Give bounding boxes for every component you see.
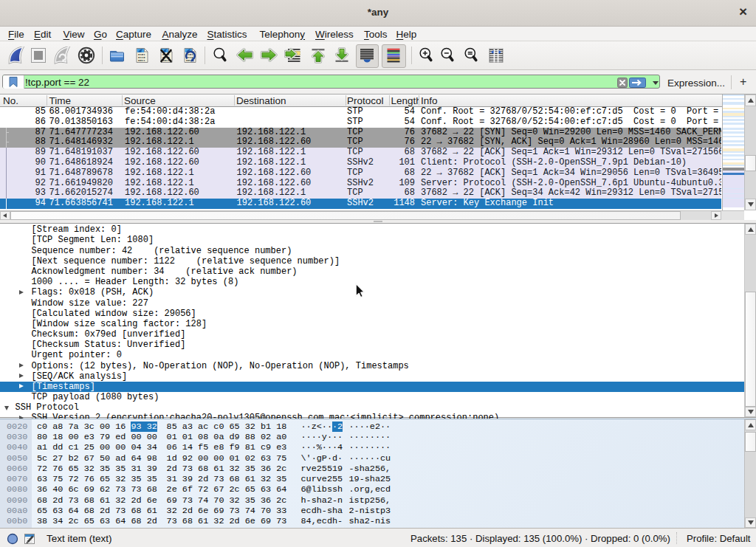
svg-text:0011: 0011 (138, 59, 145, 62)
